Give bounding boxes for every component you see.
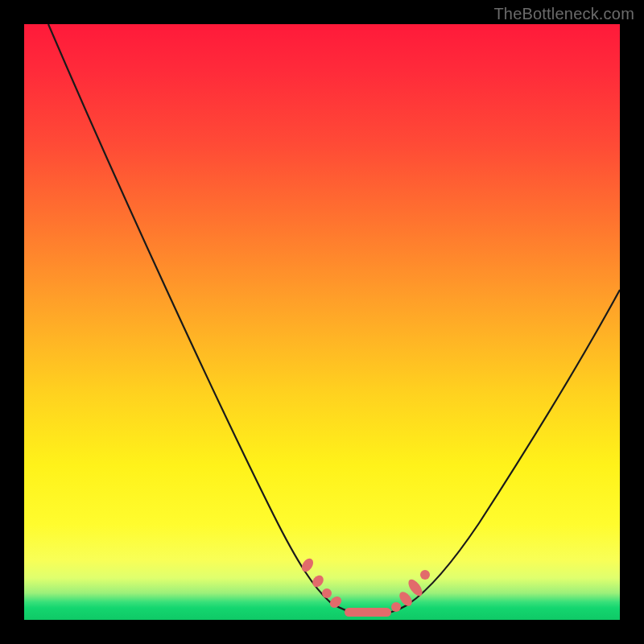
bottleneck-curve — [24, 24, 620, 620]
svg-rect-4 — [345, 608, 391, 617]
svg-point-8 — [420, 570, 430, 580]
svg-point-2 — [322, 588, 332, 598]
chart-frame: TheBottleneck.com — [0, 0, 644, 644]
svg-point-5 — [391, 602, 401, 612]
curve-left-branch — [48, 24, 362, 614]
curve-right-branch — [372, 290, 620, 614]
marker-group — [299, 556, 430, 617]
watermark-text: TheBottleneck.com — [493, 5, 634, 23]
